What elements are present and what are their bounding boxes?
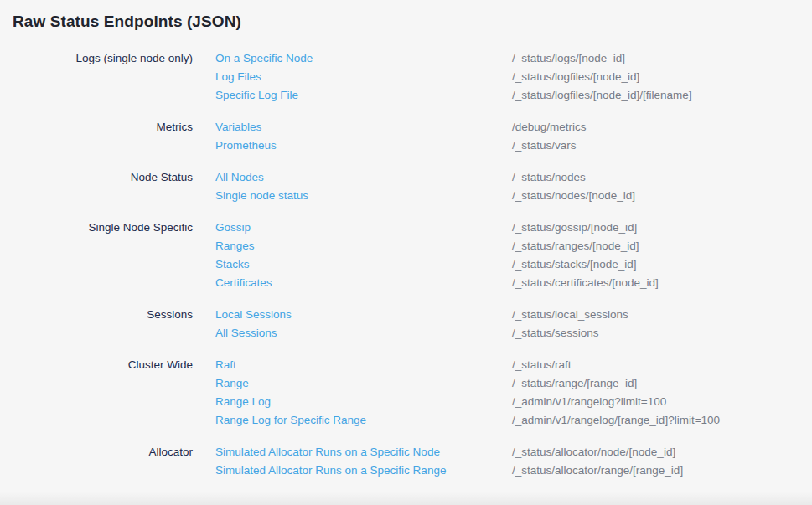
endpoint-group: AllocatorSimulated Allocator Runs on a S… (13, 443, 799, 480)
endpoint-link[interactable]: Gossip (215, 219, 512, 237)
endpoint-link[interactable]: Simulated Allocator Runs on a Specific R… (215, 461, 512, 480)
endpoint-paths-column: /_status/local_sessions/_status/sessions (512, 306, 799, 343)
endpoint-paths-column: /_status/allocator/node/[node_id]/_statu… (512, 443, 799, 480)
category-label: Sessions (13, 306, 215, 324)
endpoint-link[interactable]: Range Log (215, 393, 512, 411)
category-label: Logs (single node only) (13, 49, 215, 68)
endpoint-path: /_admin/v1/rangelog/[range_id]?limit=100 (512, 411, 799, 430)
endpoint-links-column: Simulated Allocator Runs on a Specific N… (215, 443, 512, 480)
endpoint-group: Cluster WideRaftRangeRange LogRange Log … (13, 356, 799, 430)
endpoint-links-column: RaftRangeRange LogRange Log for Specific… (215, 356, 512, 430)
endpoint-path: /_status/local_sessions (512, 306, 799, 324)
endpoint-link[interactable]: Ranges (215, 237, 512, 255)
endpoint-path: /_status/raft (512, 356, 799, 374)
endpoint-group: SessionsLocal SessionsAll Sessions/_stat… (13, 306, 799, 343)
endpoint-path: /_status/gossip/[node_id] (512, 219, 799, 237)
category-label: Metrics (13, 118, 215, 137)
endpoint-path: /_status/range/[range_id] (512, 374, 799, 393)
endpoint-link[interactable]: Raft (215, 356, 512, 374)
endpoint-link[interactable]: Local Sessions (215, 306, 512, 324)
endpoint-link[interactable]: On a Specific Node (215, 49, 512, 68)
category-label: Node Status (13, 168, 215, 187)
endpoint-path: /_status/sessions (512, 324, 799, 343)
endpoint-path: /_status/nodes (512, 168, 799, 187)
endpoint-path: /_status/certificates/[node_id] (512, 274, 799, 292)
endpoint-link[interactable]: Single node status (215, 187, 512, 205)
bottom-fade (0, 492, 812, 505)
endpoint-group: Single Node SpecificGossipRangesStacksCe… (13, 219, 799, 292)
endpoint-path: /_status/logs/[node_id] (512, 49, 799, 68)
endpoint-path: /_status/vars (512, 137, 799, 155)
endpoint-link[interactable]: Simulated Allocator Runs on a Specific N… (215, 443, 512, 461)
endpoint-link[interactable]: All Sessions (215, 324, 512, 343)
endpoint-link[interactable]: All Nodes (215, 168, 512, 187)
endpoint-paths-column: /_status/nodes/_status/nodes/[node_id] (512, 168, 799, 205)
endpoint-link[interactable]: Variables (215, 118, 512, 137)
endpoint-table: Logs (single node only)On a Specific Nod… (13, 49, 799, 480)
debug-endpoints-page: Raw Status Endpoints (JSON) Logs (single… (0, 0, 812, 505)
endpoint-paths-column: /_status/gossip/[node_id]/_status/ranges… (512, 219, 799, 292)
endpoint-link[interactable]: Specific Log File (215, 86, 512, 105)
endpoint-path: /debug/metrics (512, 118, 799, 137)
endpoint-path: /_status/nodes/[node_id] (512, 187, 799, 205)
endpoint-path: /_status/ranges/[node_id] (512, 237, 799, 255)
endpoint-path: /_status/allocator/range/[range_id] (512, 461, 799, 480)
category-label: Allocator (13, 443, 215, 461)
category-label: Single Node Specific (13, 219, 215, 237)
endpoint-group: Node StatusAll NodesSingle node status/_… (13, 168, 799, 205)
category-label: Cluster Wide (13, 356, 215, 374)
endpoint-paths-column: /_status/logs/[node_id]/_status/logfiles… (512, 49, 799, 105)
endpoint-link[interactable]: Range Log for Specific Range (215, 411, 512, 430)
endpoint-group: Logs (single node only)On a Specific Nod… (13, 49, 799, 105)
endpoint-links-column: On a Specific NodeLog FilesSpecific Log … (215, 49, 512, 105)
endpoint-path: /_status/logfiles/[node_id] (512, 68, 799, 86)
endpoint-path: /_status/logfiles/[node_id]/[filename] (512, 86, 799, 105)
endpoint-link[interactable]: Range (215, 374, 512, 393)
endpoint-link[interactable]: Stacks (215, 255, 512, 274)
endpoint-path: /_status/allocator/node/[node_id] (512, 443, 799, 461)
endpoint-paths-column: /_status/raft/_status/range/[range_id]/_… (512, 356, 799, 430)
endpoint-links-column: GossipRangesStacksCertificates (215, 219, 512, 292)
endpoint-group: MetricsVariablesPrometheus/debug/metrics… (13, 118, 799, 155)
endpoint-link[interactable]: Prometheus (215, 137, 512, 155)
endpoint-path: /_status/stacks/[node_id] (512, 255, 799, 274)
endpoint-path: /_admin/v1/rangelog?limit=100 (512, 393, 799, 411)
endpoint-link[interactable]: Certificates (215, 274, 512, 292)
endpoint-link[interactable]: Log Files (215, 68, 512, 86)
endpoint-links-column: All NodesSingle node status (215, 168, 512, 205)
endpoint-links-column: Local SessionsAll Sessions (215, 306, 512, 343)
endpoint-paths-column: /debug/metrics/_status/vars (512, 118, 799, 155)
page-title: Raw Status Endpoints (JSON) (13, 11, 799, 33)
endpoint-links-column: VariablesPrometheus (215, 118, 512, 155)
